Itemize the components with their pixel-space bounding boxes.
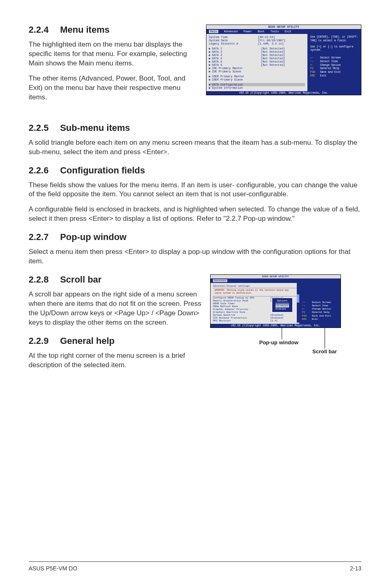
key-desc: Change Option [312,307,331,310]
field-label: IDE Primary Slave [212,70,261,73]
bios-subtitle: Advanced Chipset settings [213,285,297,288]
triangle-icon: ▶ [209,50,211,54]
heading-229: 2.2.9General help [29,336,203,346]
popup-option: Disabled [276,304,289,307]
heading-226: 2.2.6Configuration fields [29,165,361,176]
field-value: [Fri 08/10/2007] [258,39,285,42]
key-hint: ESC [302,318,312,321]
bios-tab: Boot [258,30,264,33]
heading-number: 2.2.4 [29,25,49,35]
field-value: [Not Detected] [261,50,285,54]
field-label: DRAm Refresh Rate [213,305,270,308]
field-label: IDER Primary Master [212,75,261,78]
heading-title: Configuration fields [60,165,145,175]
triangle-icon: ▶ [209,70,211,73]
field-label: SATA 5 [212,60,261,63]
triangle-icon: ▶ [209,54,211,57]
heading-number: 2.2.6 [29,165,49,176]
bios-tab: Exit [285,30,291,33]
key-hint: ←→ [302,301,312,304]
bios-menubar: Main Advanced Power Boot Tools Exit [206,29,361,34]
key-desc: Exit [312,318,318,321]
field-value: [Enabled] [270,316,283,319]
field-value: [06:22:54] [258,36,275,39]
field-label: Graphics Aperture Size [213,311,270,314]
paragraph: At the top right corner of the menu scre… [29,351,203,370]
triangle-icon: ▶ [209,47,211,50]
key-hint: ↑↓ [302,304,312,307]
field-value: [Not Detected] [261,54,285,57]
heading-number: 2.2.9 [29,336,49,346]
key-desc: Select Item [312,304,328,307]
key-hint: F10 [302,314,312,318]
field-label: System Date [209,39,258,42]
callout-line [325,328,325,348]
callout-popup-label: Pop-up window [259,339,298,346]
key-desc: Change Option [320,64,341,67]
paragraph: A configurable field is enclosed in brac… [29,205,361,224]
field-label: SATA 2 [212,50,261,54]
key-hint: +- [310,64,320,67]
heading-228: 2.2.8Scroll bar [29,274,203,285]
field-value: [Not Detected] [261,60,285,63]
heading-number: 2.2.8 [29,274,49,285]
field-value: [Not Detected] [261,57,285,60]
heading-title: Sub-menu items [60,123,130,133]
triangle-icon: ▶ [209,83,211,86]
bios-title: BIOS SETUP UTILITY [206,25,361,29]
field-label: Configure DRAM Timing by SPD [213,296,270,299]
field-label: SATA 6 [212,63,261,67]
key-desc: General Help [312,311,329,314]
heading-title: Menu items [60,25,110,35]
key-desc: Select Screen [312,301,331,304]
bios-copyright: v02.58 (C)Copyright 1985-2006, American … [206,91,361,95]
field-label: Memory Acceleration Mode [213,299,270,302]
bios-title: BIOS SETUP UTILITY [211,275,341,278]
paragraph: The other items (Advanced, Power, Boot, … [29,74,199,102]
key-hint: F1 [302,311,312,314]
field-label: SATA 3 [212,54,261,57]
key-desc: Save and Exit [320,71,341,74]
bios-copyright: v02.58 (C)Copyright 1985-2006, American … [211,324,341,328]
bios-scrollthumb [297,294,299,303]
heading-number: 2.2.7 [29,232,49,242]
bios-tab-main: Main [209,30,218,33]
field-value: [1.4] [270,319,278,322]
key-hint: F10 [310,71,320,74]
triangle-icon: ▶ [209,86,211,90]
triangle-icon: ▶ [209,67,211,70]
field-label: System Information [212,86,261,90]
bios-help-panel: ←→Select Screen ↑↓Select Item +-Change O… [300,283,341,324]
paragraph: Select a menu item then press <Enter> to… [29,247,361,266]
key-desc: Select Screen [320,56,341,59]
field-label: IDE Primary Master [212,67,261,70]
heading-title: Scroll bar [60,274,101,285]
bios-tab: Tools [270,30,279,33]
bios-popup-window: Options Disabled Enabled [272,298,293,312]
field-label: Legacy Diskette A [209,42,258,45]
help-text: Use [+] or [-] to configure system. [310,45,359,53]
key-desc: Select Item [320,60,338,63]
key-desc: Exit [320,74,327,77]
key-hint: F1 [310,67,320,71]
bios-help-panel: Use [ENTER], [TAB], or [SHIFT-TAB] to se… [308,34,361,91]
field-label: Graphic Adapter Priority [213,308,270,311]
bios-left-panel: System Time[06:22:54] System Date[Fri 08… [206,34,308,91]
triangle-icon: ▶ [209,78,211,81]
bios-tab: Advanced [224,30,238,33]
bios-warning: WARNING: Setting wrong values in the sec… [213,288,297,296]
heading-227: 2.2.7Pop-up window [29,232,361,242]
bios-scrollbar [297,282,299,323]
key-hint: +- [302,307,312,311]
heading-title: Pop-up window [60,232,127,242]
field-label: ICH Delayed Transaction [213,316,270,319]
triangle-icon: ▶ [209,60,211,63]
heading-title: General help [60,336,114,346]
page-footer: ASUS P5E-VM DO 2-13 [29,561,361,572]
key-hint: ↑↓ [310,60,320,64]
heading-225: 2.2.5Sub-menu items [29,123,361,133]
bios-menubar: Advanced [211,278,341,283]
popup-title: Options [276,299,289,303]
bios-tab: Power [243,30,252,33]
field-label: System Time [209,36,258,39]
